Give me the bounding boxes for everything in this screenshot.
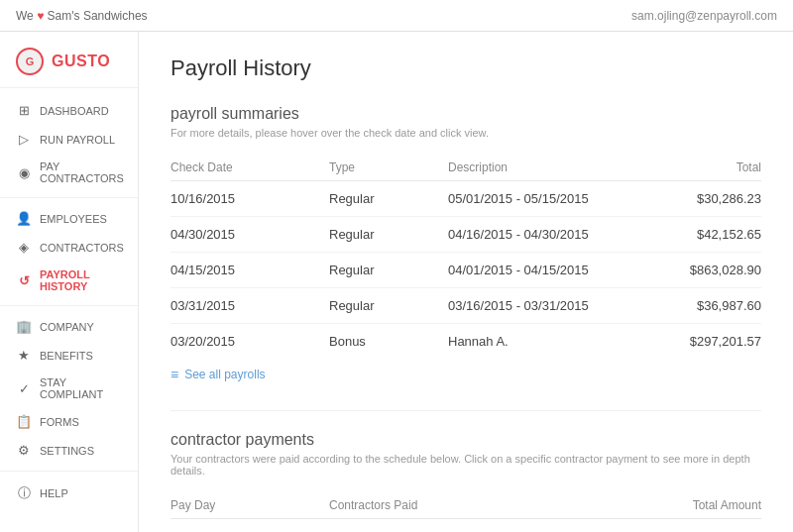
- sidebar-item-employees[interactable]: 👤 EMPLOYEES: [0, 204, 138, 233]
- table-row[interactable]: 03/31/2015 Regular 03/16/2015 - 03/31/20…: [170, 288, 761, 324]
- cell-total: $36,987.60: [652, 288, 761, 324]
- sidebar-item-payroll-history[interactable]: ↺ PAYROLL HISTORY: [0, 262, 138, 299]
- sidebar-divider-2: [0, 305, 138, 306]
- help-icon: ⓘ: [16, 484, 32, 502]
- sidebar-item-stay-compliant[interactable]: ✓ STAY COMPLIANT: [0, 370, 138, 407]
- sidebar-item-contractors[interactable]: ◈ CONTRACTORS: [0, 233, 138, 262]
- cell-check-date: 10/16/2015: [170, 181, 329, 217]
- run-payroll-icon: ▷: [16, 132, 32, 147]
- top-bar: We ♥ Sam's Sandwiches sam.ojling@zenpayr…: [0, 0, 793, 32]
- user-email: sam.ojling@zenpayroll.com: [631, 9, 777, 23]
- payroll-summaries-title: payroll summaries: [170, 105, 761, 123]
- sidebar-item-dashboard[interactable]: ⊞ DASHBOARD: [0, 96, 138, 125]
- sidebar-item-help[interactable]: ⓘ HELP: [0, 478, 138, 509]
- col-contractors-paid: Contractors Paid: [329, 492, 652, 519]
- logo-circle: G: [16, 48, 44, 75]
- sidebar-item-label: RUN PAYROLL: [40, 134, 115, 146]
- cell-check-date: 04/30/2015: [170, 217, 329, 253]
- logo-text: GUSTO: [52, 53, 110, 70]
- cell-type: Regular: [329, 181, 448, 217]
- page-title: Payroll History: [170, 55, 761, 81]
- see-all-payrolls-link[interactable]: ≡ See all payrolls: [170, 367, 761, 382]
- sidebar-item-benefits[interactable]: ★ BENEFITS: [0, 341, 138, 370]
- sidebar-item-label: COMPANY: [40, 321, 94, 333]
- col-total: Total: [652, 155, 761, 181]
- contractor-payments-table: Pay Day Contractors Paid Total Amount 03…: [170, 492, 761, 532]
- sidebar-item-label: PAY CONTRACTORS: [40, 160, 124, 184]
- table-row[interactable]: 03/20/2015 Bonus Hannah A. $297,201.57: [170, 324, 761, 360]
- table-row[interactable]: 03/20/2015 Louis Armstrong $7,850.00: [170, 519, 761, 533]
- sidebar: G GUSTO ⊞ DASHBOARD ▷ RUN PAYROLL ◉ PAY …: [0, 32, 139, 532]
- sidebar-item-company[interactable]: 🏢 COMPANY: [0, 312, 138, 341]
- cell-total: $297,201.57: [652, 324, 761, 360]
- contractor-payments-subtitle: Your contractors were paid according to …: [170, 453, 761, 477]
- contractor-table-header-row: Pay Day Contractors Paid Total Amount: [170, 492, 761, 519]
- col-type: Type: [329, 155, 448, 181]
- payroll-summaries-section: payroll summaries For more details, plea…: [170, 105, 761, 382]
- cell-check-date: 03/20/2015: [170, 324, 329, 360]
- see-all-label: See all payrolls: [184, 368, 265, 381]
- contractor-payments-title: contractor payments: [170, 431, 761, 449]
- contractor-payments-section: contractor payments Your contractors wer…: [170, 431, 761, 532]
- stay-compliant-icon: ✓: [16, 381, 32, 396]
- cell-check-date: 04/15/2015: [170, 253, 329, 288]
- cell-pay-day: 03/20/2015: [170, 519, 329, 533]
- company-tagline: We ♥ Sam's Sandwiches: [16, 9, 148, 23]
- employees-icon: 👤: [16, 211, 32, 226]
- cell-total-amount: $7,850.00: [652, 519, 761, 533]
- cell-total: $42,152.65: [652, 217, 761, 253]
- pay-contractors-icon: ◉: [16, 165, 32, 180]
- sidebar-item-run-payroll[interactable]: ▷ RUN PAYROLL: [0, 125, 138, 154]
- cell-contractors-paid: Louis Armstrong: [329, 519, 652, 533]
- sidebar-item-label: STAY COMPLIANT: [40, 376, 122, 400]
- section-separator: [170, 410, 761, 411]
- col-description: Description: [448, 155, 652, 181]
- cell-description: Hannah A.: [448, 324, 652, 360]
- cell-check-date: 03/31/2015: [170, 288, 329, 324]
- sidebar-item-label: BENEFITS: [40, 350, 93, 362]
- cell-total: $863,028.90: [652, 253, 761, 288]
- table-row[interactable]: 04/15/2015 Regular 04/01/2015 - 04/15/20…: [170, 253, 761, 288]
- see-all-icon: ≡: [170, 367, 178, 382]
- sidebar-item-pay-contractors[interactable]: ◉ PAY CONTRACTORS: [0, 154, 138, 191]
- cell-total: $30,286.23: [652, 181, 761, 217]
- sidebar-item-settings[interactable]: ⚙ SETTINGS: [0, 436, 138, 465]
- settings-icon: ⚙: [16, 443, 32, 458]
- col-check-date: Check Date: [170, 155, 329, 181]
- sidebar-divider-3: [0, 471, 138, 472]
- sidebar-divider-1: [0, 197, 138, 198]
- payroll-summaries-subtitle: For more details, please hover over the …: [170, 127, 761, 139]
- benefits-icon: ★: [16, 348, 32, 363]
- main-content: Payroll History payroll summaries For mo…: [139, 32, 793, 532]
- payroll-summaries-table: Check Date Type Description Total 10/16/…: [170, 155, 761, 359]
- sidebar-item-label: DASHBOARD: [40, 105, 109, 117]
- cell-type: Regular: [329, 217, 448, 253]
- heart-icon: ♥: [37, 9, 44, 23]
- forms-icon: 📋: [16, 414, 32, 429]
- layout: G GUSTO ⊞ DASHBOARD ▷ RUN PAYROLL ◉ PAY …: [0, 32, 793, 532]
- dashboard-icon: ⊞: [16, 103, 32, 118]
- cell-type: Bonus: [329, 324, 448, 360]
- cell-description: 04/16/2015 - 04/30/2015: [448, 217, 652, 253]
- cell-type: Regular: [329, 288, 448, 324]
- contractors-icon: ◈: [16, 240, 32, 255]
- table-header-row: Check Date Type Description Total: [170, 155, 761, 181]
- sidebar-item-forms[interactable]: 📋 FORMS: [0, 407, 138, 436]
- sidebar-item-label: SETTINGS: [40, 445, 94, 457]
- cell-description: 03/16/2015 - 03/31/2015: [448, 288, 652, 324]
- sidebar-item-label: PAYROLL HISTORY: [40, 268, 122, 292]
- cell-description: 05/01/2015 - 05/15/2015: [448, 181, 652, 217]
- table-row[interactable]: 10/16/2015 Regular 05/01/2015 - 05/15/20…: [170, 181, 761, 217]
- sidebar-item-label: HELP: [40, 487, 68, 499]
- cell-description: 04/01/2015 - 04/15/2015: [448, 253, 652, 288]
- payroll-history-icon: ↺: [16, 273, 32, 288]
- company-icon: 🏢: [16, 319, 32, 334]
- col-total-amount: Total Amount: [652, 492, 761, 519]
- sidebar-item-label: FORMS: [40, 416, 79, 428]
- table-row[interactable]: 04/30/2015 Regular 04/16/2015 - 04/30/20…: [170, 217, 761, 253]
- sidebar-item-label: EMPLOYEES: [40, 213, 107, 225]
- col-pay-day: Pay Day: [170, 492, 329, 519]
- cell-type: Regular: [329, 253, 448, 288]
- sidebar-logo: G GUSTO: [0, 32, 138, 88]
- sidebar-item-label: CONTRACTORS: [40, 242, 124, 254]
